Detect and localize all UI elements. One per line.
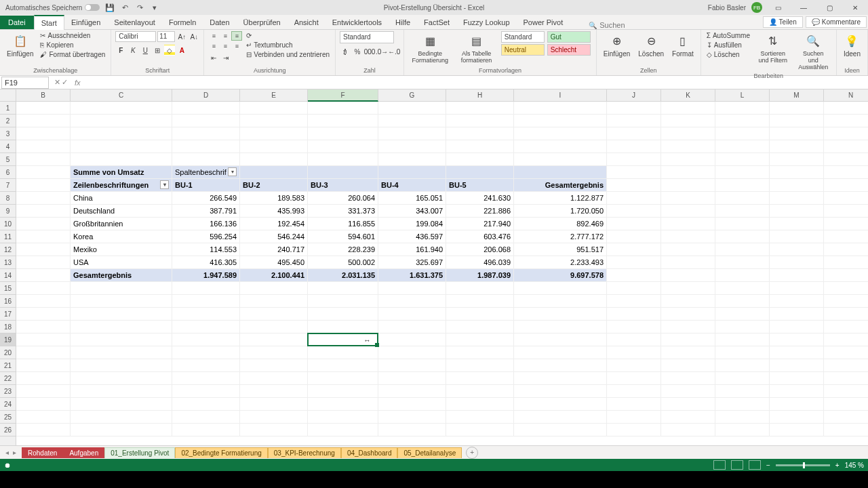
cell[interactable] xyxy=(661,153,715,166)
cell[interactable] xyxy=(661,230,715,243)
cell-style-gut[interactable]: Gut xyxy=(547,31,591,43)
row-headers[interactable]: 1234567891011121314151617181920212223242… xyxy=(0,102,16,445)
save-icon[interactable]: 💾 xyxy=(105,3,115,12)
cell[interactable]: Mexiko xyxy=(71,243,172,256)
cell[interactable] xyxy=(378,140,446,153)
undo-icon[interactable]: ↶ xyxy=(120,3,130,12)
cell[interactable] xyxy=(770,218,824,230)
tab-seitenlayout[interactable]: Seitenlayout xyxy=(107,16,162,29)
cell[interactable] xyxy=(824,166,868,179)
page-break-view-icon[interactable] xyxy=(749,460,761,470)
col-header-G[interactable]: G xyxy=(378,89,446,102)
sheet-tab-kpi[interactable]: 03_KPI-Berechnung xyxy=(268,447,341,458)
row-header-10[interactable]: 10 xyxy=(0,218,16,230)
cell[interactable] xyxy=(514,424,607,436)
cell[interactable]: 114.553 xyxy=(172,243,240,256)
cell[interactable]: 436.597 xyxy=(378,230,446,243)
cell[interactable]: Deutschland xyxy=(71,205,172,218)
row-header-3[interactable]: 3 xyxy=(0,127,16,140)
cell[interactable] xyxy=(607,359,661,372)
cell[interactable] xyxy=(661,372,715,385)
cell[interactable]: BU-2 xyxy=(240,179,308,192)
qat-customize-icon[interactable]: ▾ xyxy=(150,3,159,12)
cell[interactable] xyxy=(71,385,172,398)
cell[interactable] xyxy=(446,115,514,127)
cell[interactable] xyxy=(824,269,868,282)
paste-button[interactable]: 📋Einfügen xyxy=(4,31,36,59)
cell[interactable] xyxy=(514,295,607,308)
cell[interactable] xyxy=(71,359,172,372)
cell[interactable]: 2.100.441 xyxy=(240,269,308,282)
cell[interactable]: Korea xyxy=(71,230,172,243)
cell[interactable] xyxy=(715,282,770,295)
tab-powerpivot[interactable]: Power Pivot xyxy=(517,16,570,29)
row-header-8[interactable]: 8 xyxy=(0,192,16,205)
cell[interactable] xyxy=(16,205,71,218)
cell[interactable] xyxy=(16,256,71,269)
cell[interactable] xyxy=(378,127,446,140)
cell[interactable] xyxy=(446,359,514,372)
cell[interactable]: 603.476 xyxy=(446,230,514,243)
col-header-I[interactable]: I xyxy=(514,89,607,102)
cell[interactable]: 343.007 xyxy=(378,205,446,218)
autosave-toggle[interactable]: Automatisches Speichern xyxy=(5,4,100,12)
fx-icon[interactable]: fx xyxy=(72,79,83,87)
cell[interactable]: 266.549 xyxy=(172,192,240,205)
row-header-19[interactable]: 19 xyxy=(0,333,16,346)
col-header-F[interactable]: F xyxy=(308,89,378,102)
cell[interactable] xyxy=(446,424,514,436)
cell[interactable] xyxy=(715,424,770,436)
column-headers[interactable]: BCDEFGHIJKLMN xyxy=(16,89,868,102)
cell[interactable] xyxy=(446,385,514,398)
cell[interactable] xyxy=(446,372,514,385)
cell[interactable] xyxy=(446,127,514,140)
cell[interactable] xyxy=(308,102,378,115)
cell[interactable] xyxy=(715,230,770,243)
cell[interactable] xyxy=(378,295,446,308)
cell[interactable]: 500.002 xyxy=(308,256,378,269)
cell[interactable] xyxy=(172,321,240,333)
cell[interactable]: 189.583 xyxy=(240,192,308,205)
cell[interactable] xyxy=(16,102,71,115)
cell[interactable] xyxy=(824,243,868,256)
cell[interactable] xyxy=(378,385,446,398)
cell[interactable] xyxy=(172,359,240,372)
cell[interactable] xyxy=(824,192,868,205)
cell[interactable] xyxy=(824,385,868,398)
row-header-23[interactable]: 23 xyxy=(0,385,16,398)
cell[interactable] xyxy=(16,333,71,346)
cell[interactable] xyxy=(514,282,607,295)
cell[interactable] xyxy=(308,166,378,179)
cell[interactable] xyxy=(378,166,446,179)
cell[interactable] xyxy=(661,282,715,295)
cell[interactable] xyxy=(71,308,172,321)
cell[interactable] xyxy=(661,346,715,359)
cell[interactable] xyxy=(240,282,308,295)
cell[interactable] xyxy=(16,411,71,424)
cell[interactable] xyxy=(607,385,661,398)
italic-button[interactable]: K xyxy=(127,45,138,56)
row-header-15[interactable]: 15 xyxy=(0,282,16,295)
cell-style-schlecht[interactable]: Schlecht xyxy=(547,44,591,56)
cell[interactable] xyxy=(715,321,770,333)
cell[interactable]: 166.136 xyxy=(172,218,240,230)
cell[interactable] xyxy=(71,153,172,166)
cell[interactable] xyxy=(607,308,661,321)
cell[interactable] xyxy=(661,269,715,282)
row-header-7[interactable]: 7 xyxy=(0,179,16,192)
cell[interactable] xyxy=(770,269,824,282)
increase-font-icon[interactable]: A↑ xyxy=(176,31,187,42)
cell[interactable] xyxy=(240,333,308,346)
cell[interactable] xyxy=(16,166,71,179)
sheet-tab-rohdaten[interactable]: Rohdaten xyxy=(22,447,63,458)
cell[interactable] xyxy=(715,102,770,115)
cell[interactable] xyxy=(308,140,378,153)
cell[interactable] xyxy=(661,166,715,179)
cell[interactable]: 228.239 xyxy=(308,243,378,256)
row-header-13[interactable]: 13 xyxy=(0,256,16,269)
cell[interactable] xyxy=(770,372,824,385)
cell[interactable] xyxy=(378,282,446,295)
cell[interactable] xyxy=(607,295,661,308)
col-header-H[interactable]: H xyxy=(446,89,514,102)
cell[interactable] xyxy=(770,359,824,372)
